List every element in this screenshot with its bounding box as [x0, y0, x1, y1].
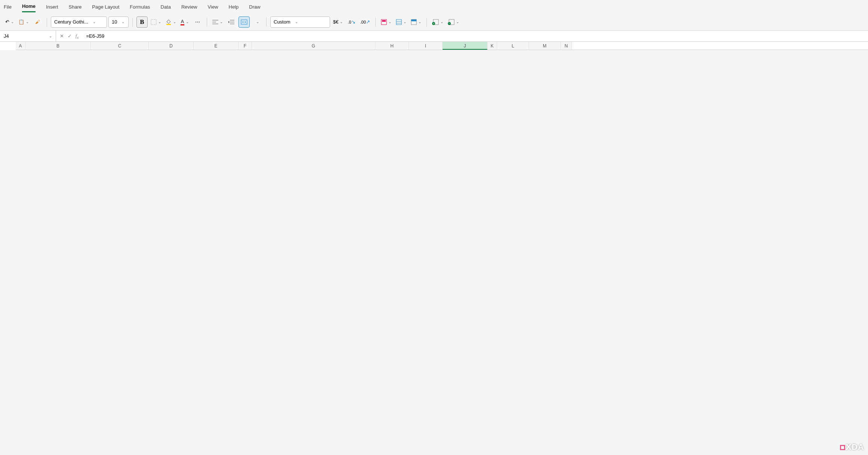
tab-share[interactable]: Share: [69, 2, 82, 12]
column-header-N[interactable]: N: [561, 42, 572, 50]
accept-formula-icon[interactable]: ✓: [68, 33, 72, 39]
column-header-A[interactable]: A: [16, 42, 25, 50]
column-header-D[interactable]: D: [149, 42, 194, 50]
column-header-B[interactable]: B: [25, 42, 91, 50]
decrease-decimal-button[interactable]: .0↘: [346, 16, 357, 28]
column-header-K[interactable]: K: [487, 42, 497, 50]
tab-formulas[interactable]: Formulas: [130, 2, 150, 12]
tab-help[interactable]: Help: [229, 2, 239, 12]
column-header-G[interactable]: G: [252, 42, 375, 50]
column-header-J[interactable]: J: [443, 42, 487, 50]
cell-styles-button[interactable]: ⌄: [409, 16, 423, 28]
borders-button[interactable]: ⌄: [149, 16, 163, 28]
tab-page-layout[interactable]: Page Layout: [92, 2, 119, 12]
more-font-button[interactable]: ⋯: [192, 16, 203, 28]
column-header-H[interactable]: H: [375, 42, 409, 50]
cancel-formula-icon[interactable]: ✕: [60, 33, 64, 39]
svg-rect-15: [411, 19, 416, 21]
spreadsheet-grid[interactable]: ABCDEFGHIJKLMN 1234567891011121314151617…: [0, 42, 868, 50]
column-header-F[interactable]: F: [238, 42, 252, 50]
format-painter-button[interactable]: 🖌: [32, 16, 43, 28]
ribbon-tabs: File Home Insert Share Page Layout Formu…: [0, 0, 868, 13]
increase-decimal-button[interactable]: .00↗: [358, 16, 371, 28]
number-format-select[interactable]: Custom⌄: [270, 16, 330, 28]
tab-draw[interactable]: Draw: [249, 2, 260, 12]
tab-home[interactable]: Home: [22, 1, 36, 12]
tab-file[interactable]: File: [4, 2, 12, 12]
font-select[interactable]: Century Gothi...⌄: [51, 16, 107, 28]
undo-button[interactable]: ↶⌄: [4, 16, 15, 28]
currency-button[interactable]: $€⌄: [332, 16, 344, 28]
indent-button[interactable]: [226, 16, 237, 28]
fx-icon[interactable]: fx: [76, 33, 79, 40]
paste-button[interactable]: 📋⌄: [17, 16, 30, 28]
toolbar: ↶⌄ 📋⌄ 🖌 Century Gothi...⌄ 10⌄ B ⌄ ⌄ A⌄ ⋯…: [0, 13, 868, 31]
tab-review[interactable]: Review: [181, 2, 197, 12]
align-left-button[interactable]: ⌄: [211, 16, 224, 28]
format-table-button[interactable]: ⌄: [394, 16, 408, 28]
font-size-select[interactable]: 10⌄: [108, 16, 129, 28]
svg-rect-10: [382, 20, 386, 22]
conditional-format-button[interactable]: ⌄: [379, 16, 393, 28]
tab-view[interactable]: View: [208, 2, 218, 12]
column-header-I[interactable]: I: [409, 42, 443, 50]
svg-rect-11: [396, 19, 401, 25]
tab-data[interactable]: Data: [161, 2, 171, 12]
svg-rect-8: [241, 20, 247, 24]
delete-cells-button[interactable]: −⌄: [446, 16, 461, 28]
svg-text:−: −: [448, 22, 450, 25]
column-header-C[interactable]: C: [91, 42, 149, 50]
column-header-L[interactable]: L: [497, 42, 529, 50]
svg-text:+: +: [433, 22, 434, 25]
font-color-button[interactable]: A⌄: [179, 16, 190, 28]
fill-color-button[interactable]: ⌄: [164, 16, 178, 28]
insert-cells-button[interactable]: +⌄: [431, 16, 445, 28]
merge-dropdown[interactable]: ⌄: [251, 16, 262, 28]
column-header-E[interactable]: E: [194, 42, 238, 50]
tab-insert[interactable]: Insert: [46, 2, 58, 12]
bold-button[interactable]: B: [136, 16, 148, 28]
svg-rect-1: [166, 24, 171, 25]
formula-bar: J4⌄ ✕ ✓ fx: [0, 31, 868, 42]
column-header-M[interactable]: M: [529, 42, 561, 50]
name-box[interactable]: J4⌄: [0, 31, 56, 41]
formula-input[interactable]: [82, 33, 868, 39]
merge-cells-button[interactable]: [238, 16, 250, 28]
svg-rect-0: [151, 19, 156, 25]
